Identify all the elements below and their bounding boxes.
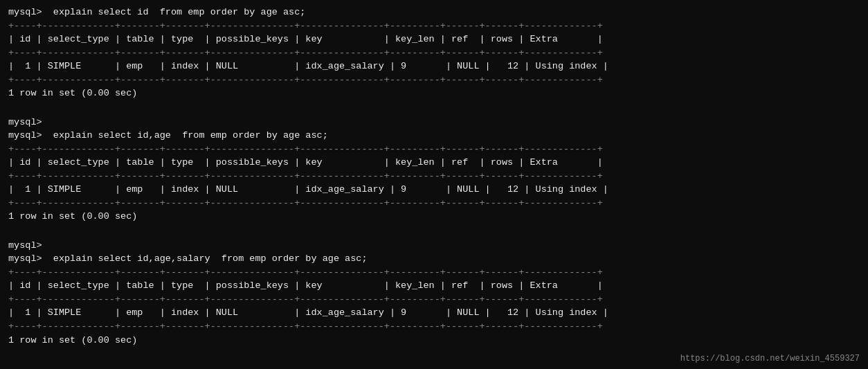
header-2: | id | select_type | table | type | poss… — [8, 156, 860, 170]
prompt-3: mysql> — [8, 239, 860, 253]
blank-2 — [8, 225, 860, 239]
header-1: | id | select_type | table | type | poss… — [8, 33, 860, 46]
query-line-3-1: mysql> explain select id,age,salary from… — [8, 252, 860, 266]
prompt-2: mysql> — [8, 116, 860, 129]
row-count-1: 1 row in set (0.00 sec) — [8, 87, 860, 100]
query-block-2: mysql> mysql> explain select id,age from… — [8, 116, 860, 224]
data-row-2: | 1 | SIMPLE | emp | index | NULL | idx_… — [8, 183, 860, 197]
separator-3-1: +----+-------------+-------+-------+----… — [8, 266, 860, 280]
watermark: https://blog.csdn.net/weixin_4559327 — [680, 354, 860, 363]
query-line-1-1: mysql> explain select id from emp order … — [8, 6, 860, 19]
header-3: | id | select_type | table | type | poss… — [8, 279, 860, 293]
separator-2-2: +----+-------------+-------+-------+----… — [8, 170, 860, 183]
separator-1-1: +----+-------------+-------+-------+----… — [8, 19, 860, 33]
query-block-1: mysql> explain select id from emp order … — [8, 6, 860, 100]
terminal: mysql> explain select id from emp order … — [0, 0, 868, 369]
separator-1-3: +----+-------------+-------+-------+----… — [8, 73, 860, 87]
row-count-2: 1 row in set (0.00 sec) — [8, 210, 860, 224]
blank-1 — [8, 102, 860, 116]
separator-2-3: +----+-------------+-------+-------+----… — [8, 197, 860, 210]
separator-1-2: +----+-------------+-------+-------+----… — [8, 46, 860, 60]
row-count-3: 1 row in set (0.00 sec) — [8, 334, 860, 348]
query-block-3: mysql> mysql> explain select id,age,sala… — [8, 239, 860, 348]
separator-2-1: +----+-------------+-------+-------+----… — [8, 143, 860, 156]
data-row-3: | 1 | SIMPLE | emp | index | NULL | idx_… — [8, 306, 860, 320]
separator-3-2: +----+-------------+-------+-------+----… — [8, 293, 860, 307]
separator-3-3: +----+-------------+-------+-------+----… — [8, 320, 860, 334]
query-line-2-1: mysql> explain select id,age from emp or… — [8, 129, 860, 143]
data-row-1: | 1 | SIMPLE | emp | index | NULL | idx_… — [8, 60, 860, 73]
